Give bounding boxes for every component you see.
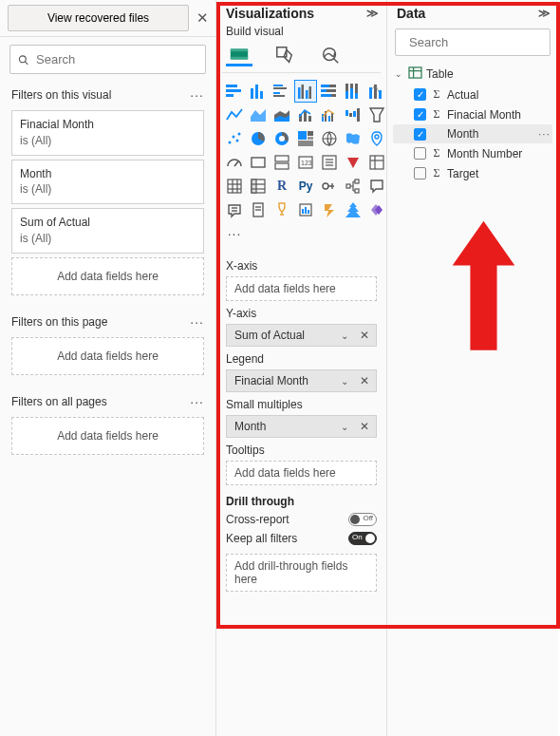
viz-powerapps-icon[interactable] — [366, 199, 386, 220]
yaxis-field[interactable]: Sum of Actual ⌄ ✕ — [226, 324, 377, 347]
viz-slicer-icon[interactable] — [319, 152, 340, 173]
filter-card[interactable]: Sum of Actual is (All) — [11, 208, 204, 254]
viz-map-icon[interactable] — [319, 128, 340, 149]
build-icon — [229, 44, 250, 65]
viz-stacked-area-icon[interactable] — [271, 104, 292, 125]
collapse-icon[interactable]: ≫ — [538, 7, 549, 20]
viz-py-icon[interactable]: Py — [295, 176, 316, 197]
tab-format[interactable] — [271, 44, 298, 66]
table-node[interactable]: ⌄ Table — [393, 64, 552, 85]
filter-card[interactable]: Finacial Month is (All) — [11, 110, 204, 156]
field-row[interactable]: ✓ Σ Finacial Month — [393, 104, 552, 124]
data-pane-title: Data — [397, 6, 425, 21]
viz-line-icon[interactable] — [224, 104, 245, 125]
data-search[interactable] — [395, 28, 551, 56]
viz-donut-icon[interactable] — [271, 128, 292, 149]
viz-funnel-icon[interactable] — [366, 104, 386, 125]
tab-build[interactable] — [226, 44, 252, 66]
viz-pie-icon[interactable] — [248, 128, 269, 149]
viz-line-clustered-col-icon[interactable] — [319, 104, 340, 125]
viz-waterfall-icon[interactable] — [343, 104, 364, 125]
viz-kpi-icon[interactable]: 123 — [295, 152, 316, 173]
viz-table-icon[interactable] — [343, 152, 364, 173]
remove-icon[interactable]: ✕ — [353, 420, 376, 433]
viz-power-automate-icon[interactable] — [319, 199, 340, 220]
data-search-input[interactable] — [407, 34, 560, 50]
svg-rect-64 — [275, 163, 289, 169]
viz-decomposition-icon[interactable] — [343, 176, 364, 197]
svg-point-83 — [323, 183, 328, 189]
viz-card-icon[interactable] — [248, 152, 269, 173]
viz-qna-icon[interactable] — [366, 176, 386, 197]
viz-more-icon[interactable]: ··· — [224, 223, 245, 244]
viz-scatter-icon[interactable] — [224, 128, 245, 149]
viz-table2-icon[interactable] — [224, 176, 245, 197]
viz-gauge-icon[interactable] — [224, 152, 245, 173]
drill-through-dropzone[interactable]: Add drill-through fields here — [226, 554, 377, 592]
more-icon[interactable]: ··· — [190, 314, 204, 330]
checkbox-icon[interactable] — [414, 167, 426, 179]
collapse-icon[interactable]: ≫ — [366, 7, 377, 20]
viz-arcgis-icon[interactable] — [343, 199, 364, 220]
add-filter-all[interactable]: Add data fields here — [11, 417, 204, 455]
checkbox-icon[interactable] — [414, 147, 426, 160]
svg-rect-45 — [349, 113, 352, 117]
close-icon[interactable]: ✕ — [195, 9, 210, 27]
viz-ribbon-icon[interactable] — [366, 81, 386, 102]
viz-clustered-bar-v-icon[interactable] — [295, 81, 316, 102]
viz-r-icon[interactable]: R — [271, 176, 292, 197]
viz-100-stacked-v-icon[interactable] — [343, 81, 364, 102]
add-filter-page[interactable]: Add data fields here — [11, 337, 204, 375]
field-row[interactable]: ✓ Σ Actual — [393, 85, 552, 104]
field-row[interactable]: Σ Month Number — [393, 143, 552, 163]
more-icon[interactable]: ··· — [538, 127, 551, 141]
checkbox-icon[interactable]: ✓ — [414, 108, 426, 121]
add-filter-visual[interactable]: Add data fields here — [11, 257, 204, 295]
filter-card[interactable]: Month is (All) — [11, 160, 204, 205]
viz-scorecard-icon[interactable] — [295, 199, 316, 220]
cross-report-toggle[interactable]: Off — [348, 513, 377, 526]
remove-icon[interactable]: ✕ — [353, 374, 376, 387]
svg-rect-95 — [308, 210, 309, 214]
svg-rect-56 — [308, 131, 313, 136]
small-multiples-field[interactable]: Month ⌄ ✕ — [226, 415, 377, 438]
viz-smart-narrative-icon[interactable] — [224, 199, 245, 220]
field-row[interactable]: Σ Target — [393, 163, 552, 183]
chevron-down-icon[interactable]: ⌄ — [336, 422, 353, 432]
tooltips-dropzone[interactable]: Add data fields here — [226, 461, 377, 485]
viz-clustered-bar-h-icon[interactable] — [271, 81, 292, 102]
checkbox-icon[interactable]: ✓ — [414, 88, 426, 101]
viz-multi-row-card-icon[interactable] — [271, 152, 292, 173]
svg-rect-9 — [226, 89, 241, 92]
viz-paginated-icon[interactable] — [248, 199, 269, 220]
keep-filters-toggle[interactable]: On — [348, 532, 377, 545]
legend-field[interactable]: Finacial Month ⌄ ✕ — [226, 369, 377, 392]
viz-line-stacked-col-icon[interactable] — [295, 104, 316, 125]
viz-stacked-bar-h-icon[interactable] — [224, 81, 245, 102]
xaxis-dropzone[interactable]: Add data fields here — [226, 276, 377, 301]
viz-filled-map-icon[interactable] — [343, 128, 364, 149]
field-row[interactable]: ✓ Month ··· — [393, 124, 552, 143]
remove-icon[interactable]: ✕ — [353, 329, 376, 342]
viz-azure-map-icon[interactable] — [366, 128, 386, 149]
more-icon[interactable]: ··· — [190, 394, 204, 409]
tab-analytics[interactable] — [317, 44, 344, 66]
viz-area-icon[interactable] — [248, 104, 269, 125]
viz-key-influencers-icon[interactable] — [319, 176, 340, 197]
view-recovered-button[interactable]: View recovered files — [8, 5, 189, 31]
filters-on-page-title: Filters on this page — [11, 315, 107, 329]
viz-matrix2-icon[interactable] — [248, 176, 269, 197]
viz-goals-icon[interactable] — [271, 199, 292, 220]
viz-100-stacked-h-icon[interactable] — [319, 81, 340, 102]
viz-stacked-bar-v-icon[interactable] — [248, 81, 269, 102]
filters-search-input[interactable] — [34, 51, 197, 67]
checkbox-icon[interactable]: ✓ — [414, 128, 426, 141]
filters-search[interactable] — [9, 45, 206, 74]
viz-matrix-icon[interactable] — [366, 152, 386, 173]
svg-rect-20 — [306, 90, 308, 99]
chevron-down-icon[interactable]: ⌄ — [336, 330, 353, 341]
more-icon[interactable]: ··· — [190, 87, 204, 103]
viz-treemap-icon[interactable] — [295, 128, 316, 149]
chevron-down-icon[interactable]: ⌄ — [336, 376, 353, 387]
svg-rect-94 — [305, 207, 307, 214]
